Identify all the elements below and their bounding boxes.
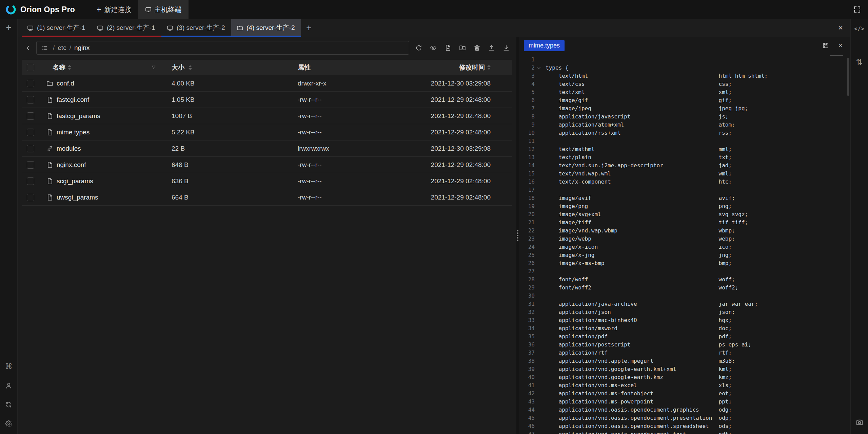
editor-line[interactable]: 4 text/csscss; xyxy=(519,80,850,88)
editor-line[interactable]: 8 application/javascriptjs; xyxy=(519,113,850,121)
editor-line[interactable]: 6 image/gifgif; xyxy=(519,96,850,105)
row-checkbox[interactable] xyxy=(27,112,34,120)
table-row[interactable]: conf.d 4.00 KB drwxr-xr-x 2021-12-30 03:… xyxy=(22,75,512,92)
table-row[interactable]: fastcgi_params 1007 B -rw-r--r-- 2021-12… xyxy=(22,108,512,124)
editor-line[interactable]: 46 application/vnd.oasis.opendocument.sp… xyxy=(519,422,850,430)
editor-line[interactable]: 27 xyxy=(519,267,850,276)
editor-line[interactable]: 3 text/htmlhtml htm shtml; xyxy=(519,72,850,80)
editor-line[interactable]: 15 text/vnd.wap.wmlwml; xyxy=(519,170,850,178)
session-tab[interactable]: (3) server-生产-2 xyxy=(161,19,231,37)
editor-line[interactable]: 18 image/avifavif; xyxy=(519,194,850,202)
editor-line[interactable]: 40 application/vnd.google-earth.kmzkmz; xyxy=(519,373,850,381)
editor-line[interactable]: 47 application/vnd.oasis.opendocument.te… xyxy=(519,430,850,434)
editor-line[interactable]: 35 application/pdfpdf; xyxy=(519,333,850,341)
file-name[interactable]: mime.types xyxy=(57,129,90,136)
row-checkbox[interactable] xyxy=(27,96,34,103)
editor-line[interactable]: 39 application/vnd.google-earth.kml+xmlk… xyxy=(519,365,850,373)
editor-line[interactable]: 16 text/x-componenthtc; xyxy=(519,178,850,186)
scrollbar-vertical-thumb[interactable] xyxy=(847,58,849,96)
editor-line[interactable]: 34 application/msworddoc; xyxy=(519,324,850,333)
swap-panels-button[interactable]: ⇅ xyxy=(855,58,864,67)
editor-line[interactable]: 26 image/x-ms-bmpbmp; xyxy=(519,259,850,267)
breadcrumb-segment[interactable]: nginx xyxy=(74,44,90,52)
row-checkbox[interactable] xyxy=(27,161,34,169)
editor-line[interactable]: 29 font/woff2woff2; xyxy=(519,284,850,292)
table-row[interactable]: fastcgi.conf 1.05 KB -rw-r--r-- 2021-12-… xyxy=(22,92,512,108)
editor-line[interactable]: 33 application/mac-binhex40hqx; xyxy=(519,316,850,324)
code-editor-toggle-button[interactable]: </> xyxy=(855,24,864,33)
editor-line[interactable]: 5 text/xmlxml; xyxy=(519,88,850,96)
session-tab[interactable]: (1) server-生产-1 xyxy=(22,19,92,37)
sync-button[interactable] xyxy=(4,400,13,409)
editor-line[interactable]: 17 xyxy=(519,186,850,194)
file-name[interactable]: conf.d xyxy=(57,80,74,87)
delete-button[interactable] xyxy=(471,42,483,54)
close-editor-button[interactable]: × xyxy=(836,41,845,50)
download-button[interactable] xyxy=(500,42,512,54)
file-name[interactable]: fastcgi.conf xyxy=(57,96,89,103)
editor-line[interactable]: 1 xyxy=(519,56,850,64)
sort-mtime-button[interactable] xyxy=(487,65,491,70)
editor-line[interactable]: 7 image/jpegjpeg jpg; xyxy=(519,105,850,113)
editor-line[interactable]: 2 types { xyxy=(519,64,850,72)
panel-splitter[interactable] xyxy=(516,37,519,434)
editor-line[interactable]: 10 application/rss+xmlrss; xyxy=(519,129,850,137)
fullscreen-button[interactable] xyxy=(852,5,862,14)
editor-line[interactable]: 44 application/vnd.oasis.opendocument.gr… xyxy=(519,406,850,414)
editor-line[interactable]: 12 text/mathmlmml; xyxy=(519,145,850,153)
table-row[interactable]: uwsgi_params 664 B -rw-r--r-- 2021-12-29… xyxy=(22,189,512,206)
close-all-tabs-button[interactable]: × xyxy=(835,23,846,33)
screenshot-button[interactable] xyxy=(855,418,864,427)
preview-button[interactable] xyxy=(428,42,439,54)
file-name[interactable]: scgi_params xyxy=(57,177,93,185)
sort-size-button[interactable] xyxy=(189,65,192,70)
user-button[interactable] xyxy=(4,381,13,390)
upload-button[interactable] xyxy=(486,42,497,54)
host-terminal-menu-item[interactable]: 主机终端 xyxy=(138,0,189,19)
breadcrumb-segment[interactable]: etc xyxy=(58,44,66,52)
file-name[interactable]: nginx.conf xyxy=(57,161,86,169)
editor-line[interactable]: 36 application/postscriptps eps ai; xyxy=(519,341,850,349)
back-button[interactable] xyxy=(22,42,34,54)
editor-line[interactable]: 19 image/pngpng; xyxy=(519,202,850,210)
add-tab-button[interactable]: + xyxy=(301,19,317,37)
table-row[interactable]: nginx.conf 648 B -rw-r--r-- 2021-12-29 0… xyxy=(22,157,512,173)
table-row[interactable]: scgi_params 636 B -rw-r--r-- 2021-12-29 … xyxy=(22,173,512,189)
add-connection-button[interactable]: + xyxy=(6,23,12,32)
row-checkbox[interactable] xyxy=(27,177,34,185)
table-row[interactable]: modules 22 B lrwxrwxrwx 2021-12-30 03:29… xyxy=(22,140,512,157)
settings-button[interactable] xyxy=(4,419,13,428)
file-name[interactable]: modules xyxy=(57,145,81,152)
editor-line[interactable]: 25 image/x-jngjng; xyxy=(519,251,850,259)
command-snippets-button[interactable]: ⌘ xyxy=(4,362,13,371)
editor-line[interactable]: 42 application/vnd.ms-fontobjecteot; xyxy=(519,390,850,398)
editor-line[interactable]: 37 application/rtfrtf; xyxy=(519,349,850,357)
editor-line[interactable]: 22 image/vnd.wap.wbmpwbmp; xyxy=(519,227,850,235)
select-all-checkbox[interactable] xyxy=(27,64,34,71)
editor-line[interactable]: 9 application/atom+xmlatom; xyxy=(519,121,850,129)
row-checkbox[interactable] xyxy=(27,194,34,201)
file-name[interactable]: uwsgi_params xyxy=(57,194,98,201)
editor-file-tab[interactable]: mime.types xyxy=(524,40,565,51)
editor-line[interactable]: 13 text/plaintxt; xyxy=(519,153,850,162)
editor-line[interactable]: 11 xyxy=(519,137,850,145)
editor-line[interactable]: 45 application/vnd.oasis.opendocument.pr… xyxy=(519,414,850,422)
editor-line[interactable]: 30 xyxy=(519,292,850,300)
editor-body[interactable]: 1 2 types { 3 text/htmlhtml htm shtml; 4… xyxy=(519,54,850,434)
row-checkbox[interactable] xyxy=(27,80,34,87)
directory-list-icon[interactable] xyxy=(41,45,48,51)
table-row[interactable]: mime.types 5.22 KB -rw-r--r-- 2021-12-29… xyxy=(22,124,512,140)
refresh-button[interactable] xyxy=(413,42,425,54)
editor-line[interactable]: 31 application/java-archivejar war ear; xyxy=(519,300,850,308)
editor-line[interactable]: 24 image/x-iconico; xyxy=(519,243,850,251)
editor-line[interactable]: 28 font/woffwoff; xyxy=(519,276,850,284)
new-file-button[interactable] xyxy=(442,42,454,54)
editor-line[interactable]: 32 application/jsonjson; xyxy=(519,308,850,316)
new-folder-button[interactable] xyxy=(457,42,468,54)
editor-line[interactable]: 41 application/vnd.ms-excelxls; xyxy=(519,381,850,390)
filter-icon[interactable] xyxy=(151,65,156,70)
scrollbar-horizontal-thumb[interactable] xyxy=(830,55,843,56)
editor-line[interactable]: 38 application/vnd.apple.mpegurlm3u8; xyxy=(519,357,850,365)
file-name[interactable]: fastcgi_params xyxy=(57,112,100,120)
editor-line[interactable]: 14 text/vnd.sun.j2me.app-descriptorjad; xyxy=(519,162,850,170)
